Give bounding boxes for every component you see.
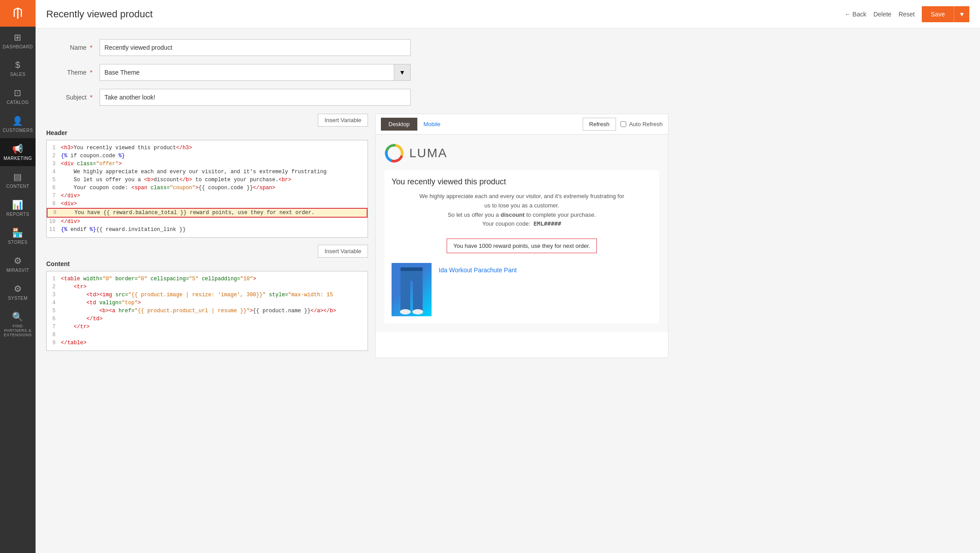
header-insert-variable-button[interactable]: Insert Variable [318,114,368,127]
theme-row: Theme * Base Theme ▼ [46,64,668,81]
code-line-10: 10 </div> [47,218,368,226]
name-row: Name * [46,39,668,56]
dashboard-icon: ⊞ [14,32,22,43]
name-label: Name * [46,44,100,51]
sidebar-item-mirasvit[interactable]: ⚙ MIRASVIT [0,250,36,278]
sidebar-item-label: MARKETING [4,156,32,161]
preview-text-block: We highly appreciate each and every our … [392,192,652,229]
required-star: * [90,94,92,101]
reward-message: You have 1000 reward points, use they fo… [447,239,597,253]
name-input[interactable] [100,39,411,56]
auto-refresh-checkbox[interactable] [620,121,626,127]
desktop-tab[interactable]: Desktop [381,118,417,131]
save-dropdown-button[interactable]: ▼ [954,6,969,22]
content-section-label: Content [46,260,368,267]
content-insert-variable-bar: Insert Variable [46,245,368,258]
sidebar-item-catalog[interactable]: ⊡ CATALOG [0,82,36,110]
product-link[interactable]: Ida Workout Parachute Pant [439,267,517,274]
sidebar-item-system[interactable]: ⚙ SYSTEM [0,278,36,306]
content-line-6: 6 </td> [47,315,368,323]
theme-select-wrapper: Base Theme ▼ [100,64,411,81]
back-button[interactable]: ← Back [844,11,866,18]
save-button[interactable]: Save [922,6,954,22]
sidebar-item-label: FIND PARTNERS & EXTENSIONS [2,324,34,337]
code-line-1: 1 <h3>You recently viewed this product</… [47,144,368,152]
sidebar-item-dashboard[interactable]: ⊞ DASHBOARD [0,27,36,55]
sidebar-item-find-partners[interactable]: 🔍 FIND PARTNERS & EXTENSIONS [0,306,36,342]
delete-button[interactable]: Delete [873,11,891,18]
stores-icon: 🏪 [12,227,24,238]
page-title: Recently viewed product [46,8,153,20]
content-area: Name * Theme * Base Theme ▼ [36,28,980,553]
sidebar-item-label: SALES [10,72,26,77]
code-line-5: 5 So let us offer you a <b>discount</b> … [47,176,368,184]
code-line-7: 7 </div> [47,192,368,200]
sidebar-item-label: CUSTOMERS [3,128,33,133]
sidebar-item-sales[interactable]: $ SALES [0,55,36,82]
header-code-editor[interactable]: 1 <h3>You recently viewed this product</… [46,140,368,238]
content-insert-variable-button[interactable]: Insert Variable [318,245,368,258]
editor-side: Insert Variable Header 1 <h3>You recentl… [46,114,368,358]
catalog-icon: ⊡ [14,88,22,98]
sales-icon: $ [15,60,20,70]
form-section: Name * Theme * Base Theme ▼ [46,39,668,358]
reports-icon: 📊 [12,199,24,210]
sidebar-item-stores[interactable]: 🏪 STORES [0,222,36,250]
sidebar-item-marketing[interactable]: 📢 MARKETING [0,138,36,166]
sidebar-item-label: REPORTS [6,212,29,217]
product-image-svg [394,267,429,316]
sidebar-item-label: CONTENT [6,184,29,189]
content-line-3: 3 <td><img src="{{ product.image | resiz… [47,291,368,299]
content-icon: ▤ [13,171,22,182]
subject-label: Subject * [46,94,100,101]
content-line-1: 1 <table width="0" border="0" cellspacin… [47,275,368,283]
magento-logo[interactable] [0,0,36,27]
svg-point-7 [412,309,423,314]
code-line-11: 11 {% endif %}{{ reward.invitation_link … [47,226,368,234]
content-line-9: 9 </table> [47,339,368,347]
top-header: Recently viewed product ← Back Delete Re… [36,0,980,28]
sidebar-item-customers[interactable]: 👤 CUSTOMERS [0,110,36,138]
svg-rect-4 [413,280,423,311]
editor-preview-area: Insert Variable Header 1 <h3>You recentl… [46,114,668,358]
required-star: * [90,44,92,51]
sidebar-item-label: CATALOG [7,100,29,105]
main-area: Recently viewed product ← Back Delete Re… [36,0,980,553]
customers-icon: 👤 [12,115,24,126]
refresh-button[interactable]: Refresh [583,118,616,131]
code-line-2: 2 {% if coupon.code %} [47,152,368,160]
sidebar-item-content[interactable]: ▤ CONTENT [0,166,36,194]
back-arrow-icon: ← [844,11,851,18]
subject-input[interactable] [100,89,411,106]
code-line-4: 4 We highly appreciate each and every ou… [47,168,368,176]
theme-label: Theme * [46,69,100,76]
header-actions: ← Back Delete Reset Save ▼ [844,6,969,22]
content-code-editor[interactable]: 1 <table width="0" border="0" cellspacin… [46,271,368,351]
coupon-code: EML##### [533,220,561,227]
reset-button[interactable]: Reset [899,11,915,18]
reward-box-container: You have 1000 reward points, use they fo… [392,234,652,258]
product-preview: Ida Workout Parachute Pant [392,263,652,316]
code-line-6: 6 Your coupon code: <span class="coupon"… [47,184,368,192]
luma-header: LUMA [384,143,659,163]
preview-content: LUMA You recently viewed this product We… [376,135,668,332]
sidebar-item-label: STORES [8,240,28,245]
subject-row: Subject * [46,89,668,106]
sidebar-item-reports[interactable]: 📊 REPORTS [0,194,36,222]
preview-heading: You recently viewed this product [392,177,652,187]
auto-refresh-label[interactable]: Auto Refresh [620,121,663,127]
preview-tabs: Desktop Mobile Refresh Auto Refresh [376,114,668,135]
mobile-tab[interactable]: Mobile [419,118,445,130]
mirasvit-icon: ⚙ [14,255,22,266]
sidebar: ⊞ DASHBOARD $ SALES ⊡ CATALOG 👤 CUSTOMER… [0,0,36,553]
svg-rect-3 [400,280,410,311]
content-line-7: 7 </tr> [47,323,368,331]
header-insert-variable-bar: Insert Variable [46,114,368,127]
content-line-2: 2 <tr> [47,283,368,291]
system-icon: ⚙ [14,283,22,294]
theme-select[interactable]: Base Theme [100,64,411,81]
required-star: * [90,69,92,76]
luma-logo-icon [384,143,404,163]
preview-refresh-area: Refresh Auto Refresh [583,118,663,131]
code-line-3: 3 <div class="offer"> [47,160,368,168]
